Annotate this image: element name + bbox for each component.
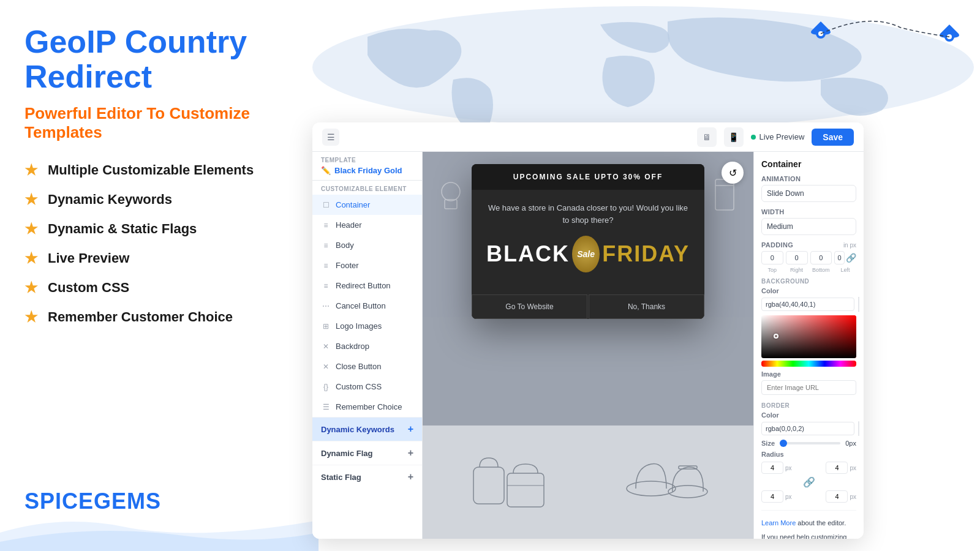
logo-icon: ⊞ xyxy=(321,322,331,331)
animation-select[interactable]: Slide Down xyxy=(761,185,856,202)
footer-icon: ≡ xyxy=(321,261,331,270)
container-icon: ☐ xyxy=(321,201,331,209)
sidebar-item-header[interactable]: ≡ Header xyxy=(312,215,422,235)
css-icon: {} xyxy=(321,383,331,391)
sidebar-item-custom-css[interactable]: {} Custom CSS xyxy=(312,377,422,397)
static-flag-header[interactable]: Static Flag + xyxy=(312,465,422,489)
desktop-icon[interactable]: 🖥 xyxy=(697,127,717,147)
modal-header-text: UPCOMING SALE UPTO 30% OFF xyxy=(484,173,692,181)
product-sketches-area xyxy=(423,425,753,539)
modal-header: UPCOMING SALE UPTO 30% OFF xyxy=(472,164,704,190)
radius-tl-input[interactable] xyxy=(761,462,783,474)
feature-item-6: ★ Remember Customer Choice xyxy=(24,309,294,326)
plus-icon-dynamic-keywords[interactable]: + xyxy=(408,424,413,435)
padding-left-input[interactable] xyxy=(834,251,845,264)
size-value: 0px xyxy=(845,440,856,447)
feature-list: ★ Multiple Customizable Elements ★ Dynam… xyxy=(24,162,294,326)
link-icon[interactable]: 🔗 xyxy=(846,253,856,263)
right-panel-title: Container xyxy=(761,159,856,169)
customizable-element-label: CUSTOMIZABLE ELEMENT xyxy=(312,181,422,195)
border-color-label: Color xyxy=(761,411,856,419)
sidebar-item-cancel-button[interactable]: ⋯ Cancel Button xyxy=(312,296,422,316)
padding-bottom-input[interactable] xyxy=(810,251,832,264)
editor-topbar: ☰ 🖥 📱 Live Preview Save xyxy=(312,122,864,152)
sidebar-item-footer[interactable]: ≡ Footer xyxy=(312,255,422,276)
refresh-button[interactable]: ↺ xyxy=(722,162,744,184)
dynamic-keywords-header[interactable]: Dynamic Keywords + xyxy=(312,418,422,441)
image-url-input[interactable] xyxy=(761,380,856,395)
main-title: GeoIP Country Redirect xyxy=(24,24,294,94)
radius-br-unit: px xyxy=(850,493,856,500)
editor-body: TEMPLATE ✏️ Black Friday Gold CUSTOMIZAB… xyxy=(312,152,864,539)
star-icon-1: ★ xyxy=(24,162,38,179)
padding-row: Padding in px xyxy=(761,241,856,249)
sidebar-item-close-button[interactable]: ✕ Close Button xyxy=(312,356,422,377)
radius-br-input[interactable] xyxy=(826,490,848,503)
padding-unit: in px xyxy=(843,242,856,249)
radius-tr-input[interactable] xyxy=(826,462,848,474)
contact-text: If you need help customizing the Templat… xyxy=(761,532,856,539)
padding-label-row: Top Right Bottom Left xyxy=(761,267,856,273)
menu-icon[interactable]: ☰ xyxy=(322,129,339,146)
border-color-row xyxy=(761,421,856,436)
mobile-icon[interactable]: 📱 xyxy=(724,127,744,147)
static-flag-group: Static Flag + xyxy=(312,465,422,489)
size-slider-thumb xyxy=(780,440,787,447)
radius-link-icon[interactable]: 🔗 xyxy=(803,476,815,488)
body-icon: ≡ xyxy=(321,241,331,250)
svg-point-20 xyxy=(627,481,676,496)
live-preview-dot xyxy=(751,135,756,140)
feature-item-5: ★ Custom CSS xyxy=(24,279,294,296)
border-color-input[interactable] xyxy=(761,422,854,435)
header-icon: ≡ xyxy=(321,221,331,230)
svg-rect-18 xyxy=(507,473,544,507)
star-icon-2: ★ xyxy=(24,191,38,208)
help-text: Learn More about the editor. xyxy=(761,518,856,528)
sidebar-item-remember-choice[interactable]: ☰ Remember Choice xyxy=(312,397,422,417)
sidebar-item-redirect-button[interactable]: ≡ Redirect Button xyxy=(312,276,422,296)
save-button[interactable]: Save xyxy=(812,129,854,146)
plus-icon-dynamic-flag[interactable]: + xyxy=(408,448,413,459)
padding-label: Padding xyxy=(761,241,793,249)
edit-icon: ✏️ xyxy=(321,166,331,175)
template-label: TEMPLATE xyxy=(312,152,422,165)
editor-right-panel: Container Animation Slide Down Width Med… xyxy=(753,152,864,539)
background-color-swatch[interactable] xyxy=(858,297,859,312)
padding-label-right: Right xyxy=(786,267,808,273)
remember-icon: ☰ xyxy=(321,403,331,411)
radius-bl-input[interactable] xyxy=(761,490,783,503)
svg-point-5 xyxy=(442,182,460,201)
product-sketch-bags xyxy=(467,443,547,522)
dynamic-flag-header[interactable]: Dynamic Flag + xyxy=(312,441,422,465)
radius-bl-unit: px xyxy=(785,493,792,500)
sidebar-item-container[interactable]: ☐ Container xyxy=(312,195,422,215)
live-preview-button[interactable]: Live Preview xyxy=(751,132,805,141)
template-name: ✏️ Black Friday Gold xyxy=(312,165,422,181)
backdrop-icon: ✕ xyxy=(321,342,331,351)
color-picker-hue-bar[interactable] xyxy=(761,361,856,367)
plus-icon-static-flag[interactable]: + xyxy=(408,471,413,482)
no-thanks-button[interactable]: No, Thanks xyxy=(589,294,704,319)
left-panel: GeoIP Country Redirect Powerful Editor T… xyxy=(0,0,318,551)
background-color-input[interactable] xyxy=(761,298,854,311)
border-color-swatch[interactable] xyxy=(858,421,859,436)
radius-bottom-left: px xyxy=(761,490,794,503)
editor-container: ☰ 🖥 📱 Live Preview Save TEMPLATE ✏️ Blac… xyxy=(312,122,864,539)
learn-more-link[interactable]: Learn More xyxy=(761,519,796,527)
modal-store-text: We have a store in Canada closer to you!… xyxy=(486,202,690,226)
image-label: Image xyxy=(761,370,856,378)
go-to-website-button[interactable]: Go To Website xyxy=(472,294,587,319)
radius-tl-unit: px xyxy=(785,465,792,471)
width-select[interactable]: Medium xyxy=(761,218,856,235)
padding-top-input[interactable] xyxy=(761,251,783,264)
sidebar-item-body[interactable]: ≡ Body xyxy=(312,235,422,255)
color-picker-area[interactable] xyxy=(761,315,856,358)
sidebar-item-logo-images[interactable]: ⊞ Logo Images xyxy=(312,316,422,336)
padding-right-input[interactable] xyxy=(786,251,808,264)
padding-inputs: 🔗 xyxy=(761,251,856,264)
sidebar-item-backdrop[interactable]: ✕ Backdrop xyxy=(312,336,422,356)
help-section: Learn More about the editor. If you need… xyxy=(761,510,856,539)
radius-bottom-right: px xyxy=(824,490,857,503)
world-map-background xyxy=(306,0,980,135)
border-section: BORDER Color Size 0px Radius xyxy=(761,402,856,503)
